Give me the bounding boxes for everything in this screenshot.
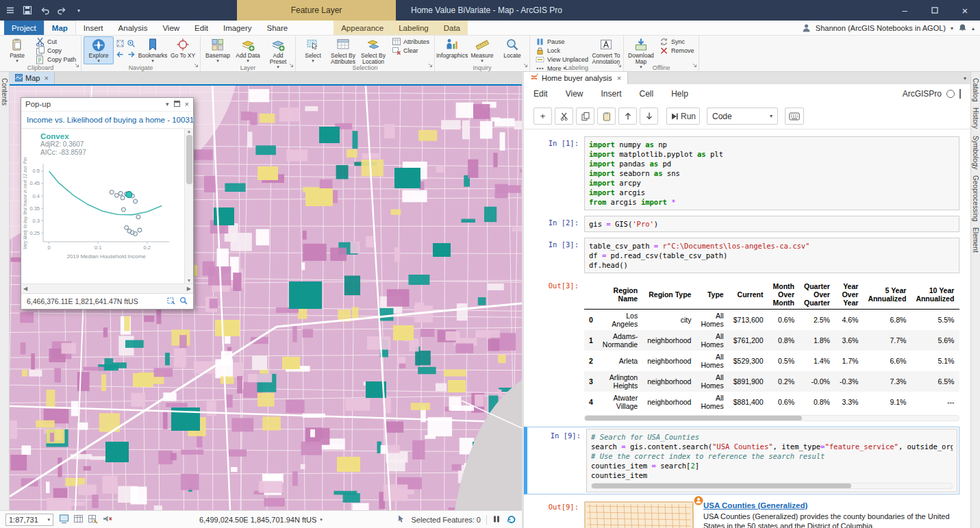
ribbon-tab-map[interactable]: Map [44, 21, 76, 35]
popup-horizontal-scrollbar[interactable]: ◀ ▶ [21, 284, 193, 293]
code-editor[interactable]: import numpy as npimport matplotlib.pypl… [584, 136, 959, 210]
ribbon-button-bookmarks[interactable]: Bookmarks▾ [138, 36, 168, 64]
refresh-map-icon[interactable] [506, 514, 516, 525]
zoom-to-feature-icon[interactable] [179, 297, 188, 306]
item-thumbnail[interactable] [584, 501, 694, 528]
paste-cell-button[interactable] [597, 108, 616, 125]
close-notebook-tab-icon[interactable]: × [617, 74, 621, 82]
ribbon-button-clear[interactable]: Clear [390, 46, 431, 55]
ribbon-button-attributes[interactable]: Attributes [390, 37, 431, 46]
popup-feature-link[interactable]: Income vs. Likelihood of buying a home -… [21, 112, 193, 129]
statusbar-coordinates[interactable]: 6,499,024.50E 1,845,701.94N ftUS ▾ [199, 516, 323, 524]
ribbon-button-select-by-attributes[interactable]: Select By Attributes [328, 36, 358, 64]
run-cell-button[interactable]: Run [666, 108, 700, 125]
right-tab-symbology[interactable]: Symbology [972, 136, 979, 169]
ribbon-tab-data[interactable]: Data [436, 21, 468, 35]
ribbon-button-lock[interactable]: Lock [533, 46, 590, 55]
scrollbar-thumb[interactable] [585, 416, 802, 420]
scrollbar-thumb[interactable] [592, 483, 851, 488]
dialog-launcher-icon[interactable] [289, 58, 294, 71]
command-palette-keyboard-icon[interactable] [785, 108, 804, 125]
popup-vertical-scrollbar[interactable]: ▲ ▼ [184, 129, 193, 284]
dialog-launcher-icon[interactable] [428, 58, 433, 71]
ribbon-tab-analysis[interactable]: Analysis [111, 21, 155, 35]
cut-cell-button[interactable] [555, 108, 573, 125]
flash-feature-icon[interactable] [167, 297, 175, 306]
ribbon-tab-edit[interactable]: Edit [187, 21, 216, 35]
scroll-right-icon[interactable]: ▶ [187, 286, 191, 292]
ribbon-tab-labeling[interactable]: Labeling [391, 21, 436, 35]
ribbon-button-explore[interactable]: Explore▾ [84, 36, 114, 64]
save-icon[interactable] [21, 4, 34, 16]
ribbon-button-pause[interactable]: Pause [533, 37, 590, 46]
ribbon-button-copy-path[interactable]: Copy Path [34, 55, 77, 64]
ribbon-button-infographics[interactable]: Infographics [437, 36, 467, 64]
ribbon-tab-appearance[interactable]: Appearance [334, 21, 391, 35]
scrollbar-thumb[interactable] [186, 135, 192, 184]
right-tab-catalog[interactable]: Catalog [972, 78, 979, 101]
move-cell-down-button[interactable] [640, 108, 658, 125]
menu-view[interactable]: View [566, 89, 583, 99]
right-tab-geoprocessing[interactable]: Geoprocessing [972, 175, 979, 221]
popup-close-icon[interactable]: × [185, 100, 189, 108]
next-extent-icon[interactable] [126, 49, 136, 60]
ribbon-tab-project[interactable]: Project [4, 21, 44, 35]
ribbon-button-view-unplaced[interactable]: View Unplaced [533, 55, 590, 64]
ribbon-button-copy[interactable]: Copy [34, 46, 77, 55]
menu-edit[interactable]: Edit [533, 89, 548, 99]
scroll-up-icon[interactable]: ▲ [187, 129, 192, 134]
mute-icon[interactable] [102, 514, 112, 525]
horizontal-scrollbar[interactable] [591, 483, 953, 489]
prev-extent-icon[interactable] [115, 49, 125, 60]
dialog-launcher-icon[interactable] [194, 58, 199, 71]
fixed-zoom-icon[interactable] [126, 38, 136, 49]
ribbon-button-remove[interactable]: Remove [657, 46, 696, 55]
add-cell-button[interactable]: + [533, 108, 552, 125]
dialog-launcher-icon[interactable] [692, 58, 697, 71]
move-cell-up-button[interactable] [618, 108, 637, 125]
map-canvas[interactable]: Pop-up ▾ × Income vs. Likelihood of buyi… [10, 86, 522, 510]
dialog-launcher-icon[interactable] [617, 58, 622, 71]
copy-cell-button[interactable] [576, 108, 594, 125]
cell-type-select[interactable]: Code ▾ [707, 108, 778, 125]
full-extent-icon[interactable] [115, 38, 125, 49]
scroll-down-icon[interactable]: ▼ [187, 278, 192, 283]
account-widget[interactable]: Shannon (ArcGIS Notebooks in AGOL) ▾ ▴ [802, 21, 975, 36]
maximize-button[interactable] [920, 0, 950, 21]
ribbon-tab-share[interactable]: Share [259, 21, 295, 35]
popup-menu-caret-icon[interactable]: ▾ [166, 101, 169, 108]
ribbon-button-select-by-location[interactable]: Select By Location [358, 36, 388, 64]
menu-cell[interactable]: Cell [640, 89, 654, 99]
pause-drawing-icon[interactable] [492, 515, 501, 525]
ribbon-button-sync[interactable]: Sync [657, 37, 696, 46]
notebook-tab[interactable]: Home buyer analysis × [524, 72, 628, 84]
dialog-launcher-icon[interactable] [523, 58, 528, 71]
attribute-table-icon[interactable] [73, 514, 84, 525]
qat-customize-caret-icon[interactable]: ▾ [73, 4, 85, 16]
contents-pane-tab[interactable]: Contents [1, 78, 8, 105]
tab-list-caret-icon[interactable]: ▾ [959, 72, 970, 84]
navigator-icon[interactable] [59, 514, 69, 525]
redo-icon[interactable] [55, 4, 68, 16]
ribbon-button-cut[interactable]: Cut [34, 37, 77, 46]
map-view-tab[interactable]: Map × [10, 72, 55, 84]
app-menu-icon[interactable] [4, 4, 16, 16]
right-tab-element[interactable]: Element [972, 227, 979, 253]
ribbon-button-basemap[interactable]: Basemap▾ [203, 36, 233, 64]
menu-insert[interactable]: Insert [601, 89, 621, 99]
popup-header[interactable]: Pop-up ▾ × [21, 98, 193, 112]
code-editor[interactable]: gis = GIS('Pro') [584, 216, 959, 232]
code-editor[interactable]: # Search for USA_Countiessearch = gis.co… [586, 429, 957, 492]
ribbon-tab-insert[interactable]: Insert [76, 21, 111, 35]
item-title-link[interactable]: USA Counties (Generalized) [703, 501, 957, 510]
notifications-bell-icon[interactable] [958, 23, 967, 34]
ribbon-button-measure[interactable]: Measure▾ [467, 36, 497, 64]
dialog-launcher-icon[interactable] [75, 58, 79, 71]
ribbon-button-select[interactable]: Select▾ [298, 36, 328, 64]
ribbon-tab-view[interactable]: View [155, 21, 187, 35]
ribbon-collapse-icon[interactable]: ▴ [972, 25, 975, 32]
edit-grid-icon[interactable] [88, 514, 98, 525]
right-tab-history[interactable]: History [972, 108, 979, 129]
minimize-button[interactable]: – [890, 0, 920, 21]
scale-select[interactable]: 1:87,731 ▾ [5, 514, 53, 526]
